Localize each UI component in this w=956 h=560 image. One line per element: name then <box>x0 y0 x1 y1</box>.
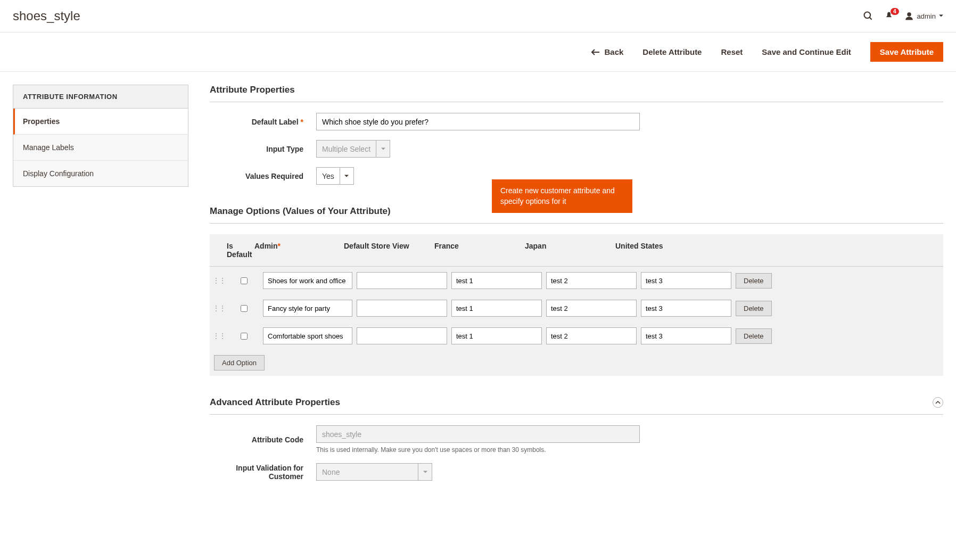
japan-input[interactable] <box>546 272 637 289</box>
save-attribute-button[interactable]: Save Attribute <box>870 42 943 62</box>
callout-tooltip: Create new customer attribute and specif… <box>492 179 632 213</box>
attribute-code-label: Attribute Code <box>210 435 316 444</box>
is-default-checkbox[interactable] <box>241 333 248 340</box>
default-label-row: Default Label* <box>210 113 943 130</box>
is-default-checkbox[interactable] <box>241 277 248 284</box>
add-option-button[interactable]: Add Option <box>214 355 265 370</box>
chevron-down-icon <box>376 141 390 157</box>
advanced-section: Advanced Attribute Properties Attribute … <box>210 397 943 481</box>
arrow-left-icon <box>591 49 600 55</box>
action-bar: Back Delete Attribute Reset Save and Con… <box>0 32 956 72</box>
attribute-code-help: This is used internally. Make sure you d… <box>316 446 943 454</box>
us-input[interactable] <box>641 327 731 344</box>
delete-option-button[interactable]: Delete <box>736 328 772 344</box>
drag-handle-icon[interactable]: ⋮⋮ <box>214 304 225 312</box>
delete-attribute-button[interactable]: Delete Attribute <box>642 47 702 56</box>
input-validation-row: Input Validation for Customer None <box>210 463 943 481</box>
page-title: shoes_style <box>13 9 80 23</box>
sidebar: ATTRIBUTE INFORMATION Properties Manage … <box>13 85 188 490</box>
col-default-store: Default Store View <box>344 242 434 259</box>
content-area: ATTRIBUTE INFORMATION Properties Manage … <box>0 72 956 503</box>
col-is-default: Is Default <box>225 242 254 259</box>
advanced-title: Advanced Attribute Properties <box>210 397 340 408</box>
reset-button[interactable]: Reset <box>721 47 743 56</box>
input-type-row: Input Type Multiple Select <box>210 140 943 158</box>
japan-input[interactable] <box>546 327 637 344</box>
options-row: ⋮⋮ Delete <box>210 322 943 350</box>
admin-input[interactable] <box>263 300 352 317</box>
admin-input[interactable] <box>263 327 352 344</box>
col-japan: Japan <box>525 242 615 259</box>
default-label-input[interactable] <box>316 113 640 130</box>
main-content: Attribute Properties Default Label* Inpu… <box>210 85 943 490</box>
attribute-properties-title: Attribute Properties <box>210 85 943 102</box>
svg-point-0 <box>864 12 870 19</box>
input-validation-label: Input Validation for Customer <box>210 464 316 481</box>
attribute-code-row: Attribute Code This is used internally. … <box>210 425 943 454</box>
default-store-input[interactable] <box>357 327 447 344</box>
search-icon[interactable] <box>863 11 873 21</box>
options-table: Is Default Admin* Default Store View Fra… <box>210 234 943 376</box>
chevron-down-icon <box>418 464 432 480</box>
options-table-header: Is Default Admin* Default Store View Fra… <box>210 234 943 267</box>
drag-handle-icon[interactable]: ⋮⋮ <box>214 332 225 340</box>
svg-line-1 <box>869 18 871 20</box>
save-continue-button[interactable]: Save and Continue Edit <box>762 47 851 56</box>
drag-handle-icon[interactable]: ⋮⋮ <box>214 277 225 284</box>
sidebar-header: ATTRIBUTE INFORMATION <box>13 85 188 109</box>
input-type-select: Multiple Select <box>316 140 390 158</box>
france-input[interactable] <box>451 300 542 317</box>
japan-input[interactable] <box>546 300 637 317</box>
admin-username: admin <box>917 12 936 20</box>
delete-option-button[interactable]: Delete <box>736 301 772 316</box>
values-required-select[interactable]: Yes <box>316 167 354 185</box>
options-row: ⋮⋮ Delete <box>210 294 943 322</box>
is-default-checkbox[interactable] <box>241 305 248 312</box>
input-validation-select: None <box>316 463 432 481</box>
page-header: shoes_style 4 admin <box>0 0 956 32</box>
sidebar-tab-properties[interactable]: Properties <box>13 109 188 135</box>
back-button[interactable]: Back <box>591 47 623 56</box>
collapse-icon[interactable] <box>933 397 943 408</box>
svg-point-2 <box>907 12 911 17</box>
chevron-down-icon[interactable] <box>340 168 353 184</box>
add-option-row: Add Option <box>210 350 943 376</box>
sidebar-tabs: Properties Manage Labels Display Configu… <box>13 109 188 187</box>
header-actions: 4 admin <box>863 11 943 21</box>
col-admin: Admin* <box>254 242 344 259</box>
sidebar-tab-manage-labels[interactable]: Manage Labels <box>13 135 188 161</box>
notification-badge: 4 <box>891 8 899 15</box>
col-us: United States <box>615 242 706 259</box>
advanced-header: Advanced Attribute Properties <box>210 397 943 415</box>
default-store-input[interactable] <box>357 300 447 317</box>
options-row: ⋮⋮ Delete <box>210 267 943 294</box>
values-required-label: Values Required <box>210 172 316 180</box>
france-input[interactable] <box>451 327 542 344</box>
france-input[interactable] <box>451 272 542 289</box>
col-france: France <box>434 242 525 259</box>
admin-user-menu[interactable]: admin <box>904 11 943 21</box>
default-store-input[interactable] <box>357 272 447 289</box>
us-input[interactable] <box>641 272 731 289</box>
default-label-label: Default Label* <box>210 118 316 126</box>
notification-icon[interactable]: 4 <box>884 11 894 21</box>
attribute-code-input <box>316 425 640 443</box>
sidebar-tab-display-config[interactable]: Display Configuration <box>13 161 188 186</box>
manage-options-section: Create new customer attribute and specif… <box>210 206 943 376</box>
chevron-down-icon <box>939 14 943 18</box>
us-input[interactable] <box>641 300 731 317</box>
admin-input[interactable] <box>263 272 352 289</box>
delete-option-button[interactable]: Delete <box>736 273 772 289</box>
input-type-label: Input Type <box>210 145 316 153</box>
